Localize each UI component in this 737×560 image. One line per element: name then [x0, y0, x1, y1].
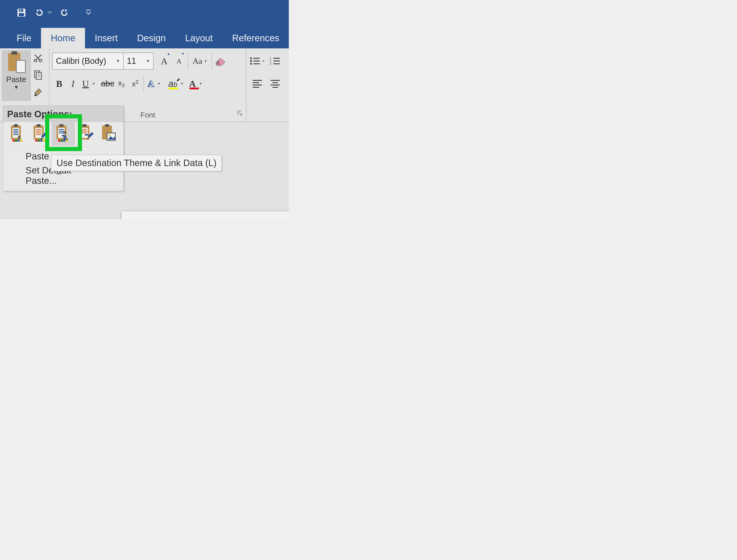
font-color-swatch: [190, 88, 199, 89]
clipboard-picture-icon: [100, 124, 117, 142]
chevron-down-icon: ▼: [14, 84, 19, 90]
svg-rect-46: [13, 140, 15, 142]
bold-label: B: [56, 78, 62, 89]
svg-point-22: [250, 63, 252, 65]
font-dialog-launcher[interactable]: [237, 111, 243, 117]
bullets-button[interactable]: ▼: [249, 53, 265, 69]
tab-layout[interactable]: Layout: [176, 28, 223, 48]
text-effects-button[interactable]: A ▼: [145, 76, 166, 91]
chevron-down-icon: ▼: [199, 82, 202, 85]
tab-insert[interactable]: Insert: [85, 28, 127, 48]
highlighter-pen-icon: [177, 77, 181, 82]
shrink-caret-icon: [182, 53, 184, 55]
italic-button[interactable]: I: [66, 76, 80, 91]
strike-label: abc: [101, 79, 114, 88]
redo-button[interactable]: [59, 8, 70, 17]
group-paragraph: ▼ 1 2 3: [247, 48, 289, 122]
paste-options-row: a a: [3, 120, 124, 147]
paste-split-button[interactable]: Paste ▼: [2, 50, 31, 101]
svg-text:a: a: [18, 134, 21, 140]
copy-button[interactable]: [32, 69, 44, 82]
redo-icon: [59, 8, 70, 17]
copy-icon: [33, 70, 43, 80]
svg-rect-13: [36, 73, 41, 79]
format-painter-icon: [33, 87, 43, 97]
separator: [212, 53, 212, 70]
svg-rect-47: [15, 140, 17, 142]
eraser-icon: A: [215, 56, 227, 66]
cut-button[interactable]: [32, 52, 44, 65]
chevron-down-icon: ▼: [116, 59, 120, 64]
change-case-button[interactable]: Aa ▼: [190, 53, 210, 70]
clipboard-link-icon: a: [55, 124, 71, 142]
svg-rect-51: [37, 124, 41, 127]
tab-home[interactable]: Home: [41, 28, 85, 48]
bold-button[interactable]: B: [52, 76, 66, 91]
paste-option-keep-source-link[interactable]: [75, 120, 97, 145]
tab-references[interactable]: References: [223, 28, 289, 48]
strikethrough-button[interactable]: abc: [101, 76, 115, 91]
shrink-font-button[interactable]: A: [172, 53, 186, 70]
clear-formatting-button[interactable]: A: [214, 53, 228, 70]
bullets-icon: [250, 56, 261, 66]
svg-text:A: A: [216, 59, 220, 66]
svg-text:a: a: [63, 129, 66, 135]
paste-option-use-dest-theme-embed[interactable]: a: [6, 120, 29, 145]
svg-rect-58: [38, 140, 40, 142]
change-case-label: Aa: [193, 56, 202, 66]
paste-option-picture[interactable]: [97, 120, 120, 145]
highlight-swatch: [169, 88, 178, 89]
svg-rect-48: [18, 140, 20, 142]
clipboard-source-icon: [32, 124, 49, 142]
clipboard-source-link-icon: [78, 124, 94, 142]
format-painter-button[interactable]: [32, 86, 44, 99]
undo-icon: [34, 8, 45, 17]
scissors-icon: [33, 53, 43, 63]
grow-caret-icon: [168, 53, 170, 55]
chevron-down-icon: ▼: [92, 82, 95, 85]
svg-rect-59: [40, 140, 42, 142]
numbering-button[interactable]: 1 2 3: [267, 53, 283, 69]
align-center-button[interactable]: [267, 76, 283, 92]
svg-rect-69: [61, 140, 63, 142]
paste-option-use-dest-theme-link[interactable]: a: [52, 120, 75, 145]
svg-rect-2: [19, 13, 24, 16]
svg-rect-49: [20, 140, 22, 142]
font-name-combo[interactable]: Calibri (Body) ▼: [52, 53, 124, 70]
font-color-button[interactable]: A ▼: [187, 76, 208, 91]
underline-button[interactable]: U ▼: [80, 76, 101, 91]
document-page[interactable]: [122, 211, 289, 219]
text-effects-label: A: [148, 78, 154, 89]
font-size-combo[interactable]: 11 ▼: [124, 53, 154, 70]
tab-file[interactable]: File: [7, 28, 41, 48]
subscript-button[interactable]: x2: [115, 76, 128, 91]
font-name-value: Calibri (Body): [56, 56, 106, 66]
title-bar: [0, 0, 289, 25]
paste-icon: [6, 50, 26, 73]
qat-customize-button[interactable]: [86, 10, 91, 16]
tab-design[interactable]: Design: [127, 28, 176, 48]
save-icon: [16, 7, 27, 18]
subscript-x: x: [118, 79, 122, 87]
save-button[interactable]: [16, 7, 27, 18]
clipboard-theme-icon: a: [9, 124, 26, 142]
chevron-down-icon: ▼: [146, 59, 150, 64]
svg-rect-70: [63, 140, 65, 142]
undo-button[interactable]: [34, 8, 45, 17]
numbering-icon: 1 2 3: [270, 56, 281, 66]
tooltip-text: Use Destination Theme & Link Data (L): [56, 158, 217, 168]
svg-rect-39: [14, 124, 18, 127]
paste-option-keep-source-embed[interactable]: [29, 120, 52, 145]
svg-point-20: [250, 60, 252, 62]
highlight-button[interactable]: ab ▼: [166, 76, 187, 91]
superscript-button[interactable]: x2: [128, 76, 142, 91]
superscript-n: 2: [136, 79, 138, 85]
svg-rect-57: [35, 140, 38, 142]
align-left-button[interactable]: [249, 76, 265, 92]
svg-rect-73: [82, 124, 86, 127]
paste-options-dropdown: Paste Options: a: [3, 106, 124, 191]
grow-font-button[interactable]: A: [157, 53, 172, 70]
undo-dropdown[interactable]: [48, 11, 52, 14]
underline-label: U: [82, 78, 89, 89]
svg-rect-6: [11, 51, 17, 55]
